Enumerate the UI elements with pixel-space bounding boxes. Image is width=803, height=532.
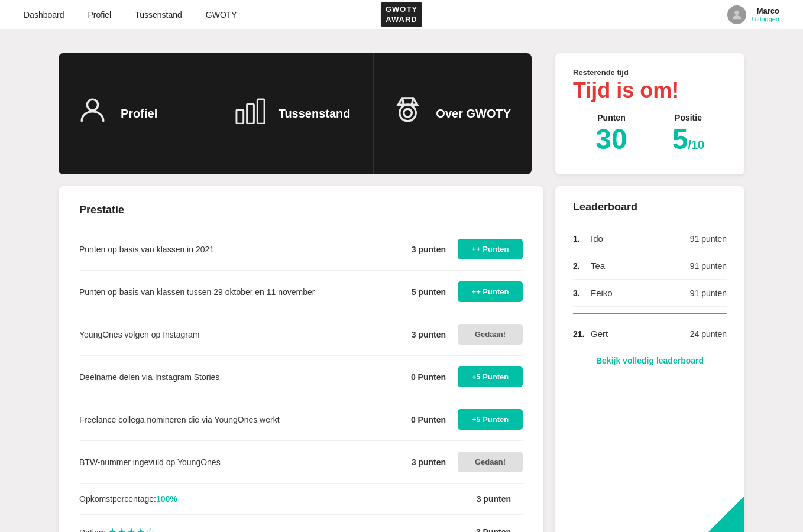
time-info-card: Resterende tijd Tijd is om! Punten 30 Po… <box>555 53 744 174</box>
lb-name-1: Ido <box>591 233 690 244</box>
lb-rank-1: 1. <box>573 234 591 244</box>
svg-rect-2 <box>237 109 244 124</box>
prestatie-title: Prestatie <box>79 204 523 216</box>
prestatie-row-4: Deelname delen via Instagram Stories 0 P… <box>79 356 523 398</box>
user-menu: Marco Uitloggen <box>727 5 779 24</box>
prestatie-desc-1: Punten op basis van klassen in 2021 <box>79 245 387 254</box>
prestatie-desc-8: Rating: ★★★★☆ <box>79 525 452 532</box>
svg-point-0 <box>734 10 739 14</box>
lb-me-score: 24 punten <box>690 329 727 339</box>
person-icon <box>76 94 109 134</box>
btn-gedaan-3[interactable]: Gedaan! <box>458 324 523 345</box>
nav-dashboard[interactable]: Dashboard <box>24 10 64 20</box>
svg-rect-4 <box>257 99 264 123</box>
prestatie-desc-6: BTW-nummer ingevuld op YoungOnes <box>79 458 387 467</box>
lb-row-3: 3. Feiko 91 punten <box>573 280 727 307</box>
top-layout: Profiel Tussenstand <box>59 53 744 174</box>
lb-me-name: Gert <box>591 329 690 339</box>
prestatie-row-5: Freelance collega nomineren die via Youn… <box>79 398 523 441</box>
main-area: Prestatie Punten op basis van klassen in… <box>59 186 744 532</box>
card-tussenstand-label: Tussenstand <box>279 107 351 121</box>
prestatie-row-3: YoungOnes volgen op Instagram 3 punten G… <box>79 313 523 356</box>
lb-me-rank: 21. <box>573 329 591 339</box>
user-name: Marco <box>752 7 779 15</box>
nav-profiel[interactable]: Profiel <box>88 10 112 20</box>
nav-gwoty[interactable]: GWOTY <box>206 10 237 20</box>
prestatie-row-6: BTW-nummer ingevuld op YoungOnes 3 punte… <box>79 441 523 484</box>
svg-point-5 <box>400 105 416 121</box>
lb-me-row: 21. Gert 24 punten <box>573 320 727 347</box>
btn-punten-2[interactable]: ++ Punten <box>458 281 523 302</box>
prestatie-row-8: Rating: ★★★★☆ 3 Punten <box>79 515 523 532</box>
svg-point-6 <box>404 109 412 117</box>
prestatie-punten-7: 3 punten <box>452 494 511 504</box>
btn-punten-5[interactable]: +5 Punten <box>458 409 523 430</box>
prestatie-card: Prestatie Punten op basis van klassen in… <box>59 186 543 532</box>
resterende-label: Resterende tijd <box>573 68 727 77</box>
svg-line-8 <box>412 98 413 105</box>
prestatie-row-7: Opkomstpercentage:100% 3 punten <box>79 484 523 515</box>
teal-corner-decoration <box>674 496 744 532</box>
prestatie-desc-3: YoungOnes volgen op Instagram <box>79 330 387 339</box>
rating-stars: ★★★★☆ <box>108 526 155 532</box>
nav-tussenstand[interactable]: Tussenstand <box>135 10 182 20</box>
prestatie-desc-4: Deelname delen via Instagram Stories <box>79 372 387 382</box>
prestatie-punten-8: 3 Punten <box>452 527 511 532</box>
svg-point-1 <box>87 99 98 110</box>
prestatie-desc-5: Freelance collega nomineren die via Youn… <box>79 415 387 424</box>
medal-icon <box>391 94 424 134</box>
positie-label: Positie <box>650 113 727 122</box>
punten-positie: Punten 30 Positie 5/10 <box>573 113 727 154</box>
leaderboard-card: Leaderboard 1. Ido 91 punten 2. Tea 91 p… <box>555 186 744 532</box>
prestatie-punten-1: 3 punten <box>387 245 446 254</box>
leaderboard-link[interactable]: Bekijk volledig leaderboard <box>573 356 727 365</box>
card-profiel-label: Profiel <box>121 107 157 121</box>
lb-name-3: Feiko <box>591 288 690 298</box>
btn-punten-4[interactable]: +5 Punten <box>458 366 523 387</box>
card-gwoty-label: Over GWOTY <box>436 107 511 121</box>
prestatie-punten-6: 3 punten <box>387 458 446 467</box>
prestatie-row-1: Punten op basis van klassen in 2021 3 pu… <box>79 228 523 271</box>
btn-gedaan-6[interactable]: Gedaan! <box>458 452 523 472</box>
chart-icon <box>234 97 267 131</box>
punten-block: Punten 30 <box>573 113 650 154</box>
card-profiel[interactable]: Profiel <box>59 53 216 174</box>
avatar <box>727 5 746 24</box>
prestatie-row-2: Punten op basis van klassen tussen 29 ok… <box>79 271 523 313</box>
user-info: Marco Uitloggen <box>752 7 779 22</box>
positie-value: 5/10 <box>650 125 727 154</box>
svg-rect-3 <box>247 103 254 123</box>
tijd-om: Tijd is om! <box>573 80 727 101</box>
lb-rank-2: 2. <box>573 261 591 271</box>
punten-label: Punten <box>573 113 650 122</box>
prestatie-punten-4: 0 Punten <box>387 372 446 382</box>
lb-name-2: Tea <box>591 261 690 271</box>
btn-punten-1[interactable]: ++ Punten <box>458 239 523 259</box>
navigation: Dashboard Profiel Tussenstand GWOTY GWOT… <box>0 0 803 30</box>
svg-line-7 <box>403 98 404 105</box>
prestatie-punten-5: 0 Punten <box>387 415 446 424</box>
lb-row-2: 2. Tea 91 punten <box>573 252 727 280</box>
logout-link[interactable]: Uitloggen <box>752 15 779 22</box>
punten-value: 30 <box>573 125 650 154</box>
leaderboard-title: Leaderboard <box>573 201 727 213</box>
nav-links: Dashboard Profiel Tussenstand GWOTY <box>24 10 237 20</box>
lb-divider <box>573 313 727 314</box>
card-tussenstand[interactable]: Tussenstand <box>216 53 374 174</box>
positie-block: Positie 5/10 <box>650 113 727 154</box>
prestatie-punten-3: 3 punten <box>387 330 446 339</box>
prestatie-desc-7: Opkomstpercentage:100% <box>79 494 452 504</box>
logo: GWOTY AWARD <box>381 2 422 27</box>
prestatie-desc-2: Punten op basis van klassen tussen 29 ok… <box>79 287 387 297</box>
prestatie-punten-2: 5 punten <box>387 287 446 297</box>
lb-row-1: 1. Ido 91 punten <box>573 225 727 252</box>
black-cards: Profiel Tussenstand <box>59 53 532 174</box>
lb-score-1: 91 punten <box>690 234 727 244</box>
lb-score-3: 91 punten <box>690 288 727 298</box>
lb-score-2: 91 punten <box>690 261 727 271</box>
card-gwoty[interactable]: Over GWOTY <box>374 53 532 174</box>
lb-rank-3: 3. <box>573 288 591 298</box>
